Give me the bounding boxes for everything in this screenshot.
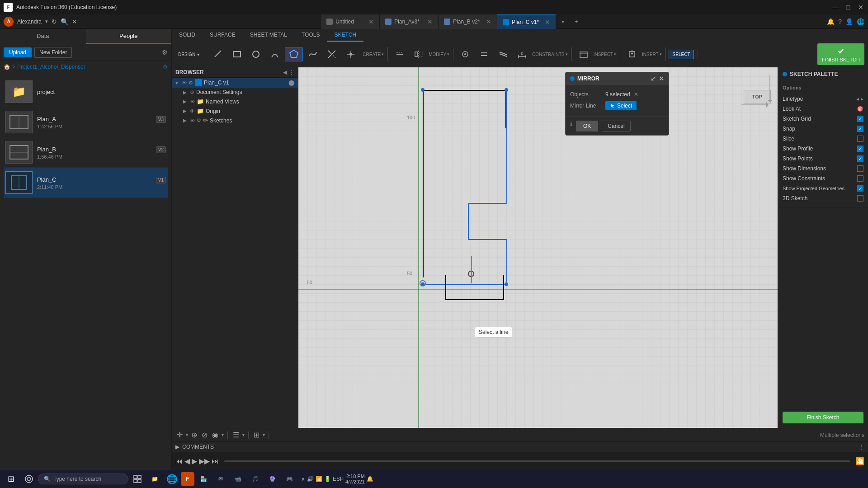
rectangle-tool-button[interactable] [228,47,246,61]
file-item-plan-a[interactable]: Plan_A V3 1:42:56 PM [4,107,168,137]
viewbar-dropdown-arrow[interactable]: ▾ [186,432,188,437]
taskbar-task-view-icon[interactable] [129,471,146,487]
mirror-tool-button[interactable] [410,47,428,61]
taskbar-mail-icon[interactable]: ✉ [212,471,229,487]
tab-add-button[interactable]: + [570,14,583,29]
file-item-plan-c[interactable]: Plan_C V1 2:11:40 PM [4,168,168,198]
cube-arrow-bottom[interactable] [741,102,769,108]
tab-plan-av3[interactable]: Plan_Av3* ✕ [380,14,439,29]
insert-group-label[interactable]: INSERT [642,52,662,57]
sidebar-tab-people[interactable]: People [86,29,172,44]
line-tool-button[interactable] [209,47,227,61]
browser-expand-origin[interactable]: ▶ [182,108,188,113]
taskbar-search-bar[interactable]: 🔍 Type here to search [38,474,128,484]
file-version-plan-b[interactable]: V2 [156,146,166,153]
trim-tool-button[interactable] [323,47,341,61]
mirror-objects-clear-icon[interactable]: ✕ [634,91,638,98]
notifications-icon[interactable]: 🔔 [827,18,835,25]
view-pan-icon[interactable]: ✛ [175,431,184,439]
taskbar-app3-icon[interactable]: 🎮 [281,471,297,487]
sidebar-settings-icon[interactable]: ⚙ [162,49,168,56]
modify-group-label[interactable]: MODIFY [429,52,449,57]
polygon-tool-button[interactable] [285,47,303,61]
new-folder-button[interactable]: New Folder [34,47,72,58]
account-icon[interactable]: 👤 [845,18,853,25]
toolbar-tab-tools[interactable]: TOOLS [294,29,327,42]
browser-menu-icon[interactable]: ⋮ [289,69,294,75]
taskbar-files-icon[interactable]: 📁 [146,471,163,487]
taskbar-app1-icon[interactable]: F [181,472,194,486]
browser-item-plan-c[interactable]: ▼ 👁 ⚙ Plan_C v1 ⬤ [172,78,298,88]
browser-settings-doc[interactable]: ⚙ [190,89,194,95]
view-grid-icon[interactable]: ⊞ [252,431,261,439]
toolbar-tab-surface[interactable]: SURFACE [203,29,243,42]
finish-sketch-palette-button[interactable]: Finish Sketch [783,412,863,423]
browser-item-sketches[interactable]: ▶ 👁 ⚙ ✏ Sketches [172,116,298,125]
systray-arrow-icon[interactable]: ∧ [301,476,305,482]
browser-settings-sketches[interactable]: ⚙ [197,117,201,123]
mirror-info-icon[interactable]: ℹ [570,121,572,131]
breadcrumb-settings-icon[interactable]: ⚙ [163,64,168,70]
taskbar-app2-icon[interactable]: 🔮 [264,471,280,487]
view-look-at-icon[interactable]: ◉ [211,431,220,439]
toolbar-tab-solid[interactable]: SOLID [172,29,203,42]
tab-plan-cv1-close[interactable]: ✕ [545,19,550,26]
circle-tool-button[interactable] [247,47,265,61]
browser-item-origin[interactable]: ▶ 👁 📁 Origin [172,106,298,116]
tab-untitled-close[interactable]: ✕ [368,18,374,25]
systray-battery-icon[interactable]: 🔋 [324,476,331,482]
globe-icon[interactable]: 🌐 [857,18,864,25]
browser-settings-plan-c[interactable]: ⚙ [189,80,193,86]
3d-sketch-checkbox[interactable] [857,195,863,202]
browser-expand-doc-settings[interactable]: ▶ [182,90,188,95]
taskbar-music-icon[interactable]: 🎵 [247,471,263,487]
start-button[interactable]: ⊞ [2,470,20,488]
cube-arrow-right[interactable] [767,85,773,92]
browser-expand-named-views[interactable]: ▶ [182,99,188,104]
file-version-plan-a[interactable]: V3 [156,116,166,123]
view-display-icon[interactable]: ☰ [231,431,241,439]
show-projected-checkbox[interactable] [857,185,863,192]
linetype-left-icon[interactable]: ◂ [856,96,859,102]
mirror-select-button[interactable]: Select [605,101,637,110]
browser-collapse-icon[interactable]: ◀ [283,69,287,75]
show-points-checkbox[interactable] [857,155,863,162]
show-dimensions-checkbox[interactable] [857,165,863,172]
equal-button[interactable] [475,47,493,61]
breadcrumb-home-icon[interactable]: 🏠 [4,64,10,70]
breadcrumb-project[interactable]: Project1_Alcohol_Dispenser [17,64,85,70]
taskbar-video-icon[interactable]: 📹 [230,471,246,487]
show-profile-checkbox[interactable] [857,145,863,152]
mirror-cancel-button[interactable]: Cancel [602,121,630,131]
browser-item-doc-settings[interactable]: ▶ ⚙ Document Settings [172,88,298,97]
handle-circle-2[interactable] [420,280,426,286]
offset-tool-button[interactable] [391,47,409,61]
sketch-grid-checkbox[interactable] [857,116,863,122]
systray-wifi-icon[interactable]: 📶 [316,476,322,482]
constraints-group-label[interactable]: CONSTRAINTS [532,52,568,57]
tab-untitled[interactable]: Untitled ✕ [321,14,380,29]
minimize-button[interactable]: — [832,4,839,11]
sidebar-tab-data[interactable]: Data [0,29,86,44]
inspect-button[interactable] [575,47,593,61]
point-tool-button[interactable] [342,47,360,61]
snap-checkbox[interactable] [857,126,863,132]
slice-checkbox[interactable] [857,136,863,142]
browser-item-named-views[interactable]: ▶ 👁 📁 Named Views [172,97,298,106]
tab-plan-bv2-close[interactable]: ✕ [486,18,491,25]
taskbar-clock[interactable]: 2:18 PM 4/7/2021 [345,474,365,484]
viewbar-grid-dropdown[interactable]: ▾ [263,432,265,437]
browser-eye-sketches[interactable]: 👁 [190,118,195,123]
create-group-label[interactable]: CREATE [361,52,384,57]
mirror-ok-button[interactable]: OK [576,121,598,131]
viewbar-display-dropdown[interactable]: ▾ [242,432,245,437]
arc-tool-button[interactable] [266,47,284,61]
sketch-canvas[interactable]: 100 50 -50 [298,67,778,428]
insert-button[interactable] [623,47,641,61]
browser-plan-c-record-icon[interactable]: ⬤ [288,80,294,86]
notification-icon[interactable]: 🔔 [367,476,373,482]
show-constraints-checkbox[interactable] [857,175,863,182]
timeline-next-button[interactable]: ▶▶ [199,457,210,465]
browser-expand-plan-c[interactable]: ▼ [174,80,180,85]
close-button[interactable]: ✕ [857,4,864,11]
